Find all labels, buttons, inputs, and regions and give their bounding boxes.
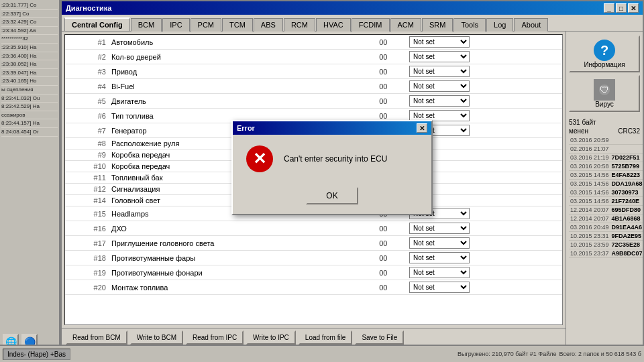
data-date: 12.2014 20:07 (569, 215, 610, 223)
sidebar-log-entry: :22:337] Co (1, 10, 58, 19)
minimize-button[interactable]: _ (604, 3, 614, 13)
data-right-row: 10.2015 23:37 A9B8DC07 (569, 249, 643, 258)
data-code: D91EA4A6 (610, 223, 643, 232)
data-code: 4B1A6868 (610, 215, 643, 223)
row-label: Привод (109, 64, 360, 79)
row-val: 00 (360, 50, 407, 64)
row-select-cell: Not set (407, 221, 562, 236)
data-right-row: 03.2016 20:58 5725B799 (569, 162, 643, 171)
config-select[interactable]: Not set (409, 282, 470, 293)
read-bcm-button[interactable]: Read from BCM (66, 330, 127, 345)
data-right-row: 03.2016 20:49 D91EA4A6 (569, 223, 643, 232)
data-code: 72C35E28 (610, 241, 643, 249)
tab-tcm[interactable]: TCM (222, 18, 253, 32)
sidebar-log-entry: 8:23:44.157] Ha (1, 119, 58, 128)
config-select[interactable]: Not set (409, 51, 470, 62)
tab-abs[interactable]: ABS (254, 18, 283, 32)
config-select[interactable]: Not set (409, 95, 470, 107)
tab-srm[interactable]: SRM (422, 18, 453, 32)
ok-button[interactable]: OK (306, 187, 358, 204)
table-row: #1 Автомобиль 00 Not set (65, 35, 562, 50)
sidebar-log: :23:31.777] Co:22:337] Co:23:32.429] Co:… (0, 0, 59, 331)
config-select[interactable]: Not set (409, 252, 470, 263)
close-button[interactable]: ✕ (628, 3, 639, 13)
row-label: Двигатель (109, 94, 360, 109)
save-file-button[interactable]: Save to File (355, 330, 404, 345)
maximize-button[interactable]: □ (616, 3, 627, 13)
data-date: 03.2015 14:56 (569, 188, 610, 197)
row-num: #16 (65, 221, 109, 236)
write-ipc-button[interactable]: Write to IPC (246, 330, 296, 345)
table-row: #5 Двигатель 00 Not set (65, 94, 562, 109)
changed-label: менен (569, 127, 588, 135)
tab-hvac[interactable]: HVAC (316, 18, 351, 32)
table-row: #3 Привод 00 Not set (65, 64, 562, 79)
virus-button[interactable]: 🛡 Вирус (569, 75, 640, 112)
data-date: 10.2015 23:59 (569, 241, 610, 249)
info-button[interactable]: ? Информация (569, 36, 640, 72)
bottom-toolbar: Read from BCM Write to BCM Read from IPC… (62, 328, 566, 347)
config-select[interactable]: Not set (409, 237, 470, 249)
data-right-row: 12.2014 20:07 4B1A6868 (569, 215, 643, 223)
row-select-cell: Not set (407, 94, 562, 109)
row-select-cell: Not set (407, 79, 562, 94)
right-panel: ? Информация 🛡 Вирус 531 байт менен CRC3… (566, 32, 643, 361)
row-label: Монтаж топлива (109, 280, 360, 295)
data-date: 03.2016 20:58 (569, 162, 610, 171)
data-date: 03.2016 21:19 (569, 154, 610, 162)
data-date: 10.2015 23:31 (569, 232, 610, 241)
row-num: #2 (65, 50, 109, 64)
row-val: 00 (360, 79, 407, 94)
tab-about[interactable]: About (514, 18, 548, 32)
read-ipc-button[interactable]: Read from IPC (186, 330, 244, 345)
row-num: #7 (65, 123, 109, 138)
row-val: 00 (360, 251, 407, 265)
data-code (610, 136, 643, 145)
tab-bcm[interactable]: BCM (131, 18, 162, 32)
config-select[interactable]: Not set (409, 80, 470, 92)
error-close-button[interactable]: ✕ (417, 123, 427, 133)
error-dialog: Error ✕ ✕ Can't enter security into ECU … (231, 120, 433, 215)
row-label: Противотуманные фонари (109, 265, 360, 280)
row-num: #20 (65, 280, 109, 295)
sidebar-log-entry: ы сцепления (1, 86, 58, 95)
row-num: #12 (65, 184, 109, 195)
data-code: 7D022F51 (610, 154, 643, 162)
tab-central[interactable]: Central Config (64, 17, 130, 31)
tab-pcm[interactable]: PCM (191, 18, 221, 32)
data-code: E4FA8223 (610, 171, 643, 180)
crc-label: CRC32 (618, 127, 640, 135)
data-date: 03.2015 14:56 (569, 180, 610, 188)
data-right-row: 03.2015 14:56 30730973 (569, 188, 643, 197)
sidebar-log-entry: :23:36.400] Ha (1, 52, 58, 61)
row-num: #18 (65, 251, 109, 265)
config-select[interactable]: Not set (409, 66, 470, 77)
write-bcm-button[interactable]: Write to BCM (130, 330, 183, 345)
config-select[interactable]: Not set (409, 36, 470, 48)
row-label: Кол-во дверей (109, 50, 360, 64)
tab-fcdim[interactable]: FCDIM (352, 18, 390, 32)
taskbar-left: Indes- (Hape) +Bas (3, 349, 70, 360)
taskbar-item[interactable]: Indes- (Hape) +Bas (3, 349, 70, 360)
tab-log[interactable]: Log (486, 18, 513, 32)
tab-ipc[interactable]: IPC (162, 18, 189, 32)
error-message: Can't enter security into ECU (284, 154, 387, 164)
data-right-row: 03.2015 14:56 21F7240E (569, 197, 643, 206)
tab-acm[interactable]: ACM (390, 18, 421, 32)
config-select[interactable]: Not set (409, 267, 470, 278)
config-select[interactable]: Not set (409, 223, 470, 234)
tab-rcm[interactable]: RCM (284, 18, 315, 32)
table-row: #19 Противотуманные фонари 00 Not set (65, 265, 562, 280)
load-file-button[interactable]: Load from file (299, 330, 353, 345)
tab-tools[interactable]: Tools (453, 18, 486, 32)
row-num: #17 (65, 236, 109, 251)
data-right-row: 03.2016 21:19 7D022F51 (569, 154, 643, 162)
data-code: 21F7240E (610, 197, 643, 206)
table-row: #18 Противотуманные фары 00 Not set (65, 251, 562, 265)
row-val: 00 (360, 236, 407, 251)
sidebar-log-entry: :23:32.429] Co (1, 18, 58, 27)
error-buttons: OK (233, 183, 431, 214)
data-right-row: 10.2015 23:59 72C35E28 (569, 241, 643, 249)
data-right-table: 03.2016 20:59 02.2016 21:07 03.2016 21:1… (569, 136, 643, 258)
data-date: 03.2016 20:49 (569, 223, 610, 232)
